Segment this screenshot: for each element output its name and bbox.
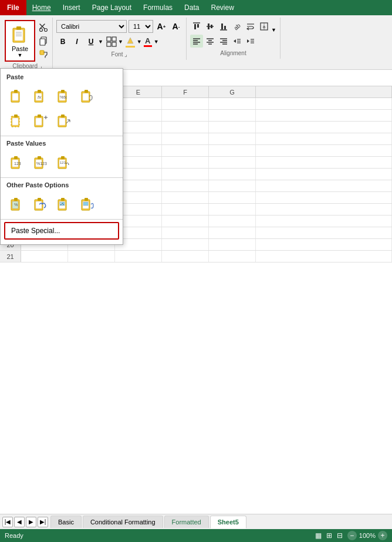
paste-option-values-source-format[interactable]: 123	[53, 152, 75, 174]
align-top-button[interactable]	[190, 20, 203, 33]
align-bottom-button[interactable]	[217, 20, 230, 33]
cell-F20[interactable]	[162, 239, 209, 250]
paste-option-formatting[interactable]: %	[6, 193, 28, 216]
increase-font-size-button[interactable]: A+	[155, 20, 168, 33]
tab-last-button[interactable]: ▶|	[38, 517, 48, 527]
cell-F19[interactable]	[162, 227, 209, 238]
cell-H10[interactable]	[256, 122, 392, 133]
cell-D21[interactable]	[68, 251, 115, 262]
cell-H11[interactable]	[256, 133, 392, 144]
paste-option-link[interactable]	[30, 193, 51, 216]
cell-G13[interactable]	[209, 157, 256, 168]
cell-G18[interactable]	[209, 216, 256, 227]
menu-insert[interactable]: Insert	[57, 0, 86, 15]
increase-indent-button[interactable]	[244, 35, 257, 48]
tab-next-button[interactable]: ▶	[26, 517, 36, 527]
paste-option-linked-picture[interactable]	[77, 193, 98, 216]
merge-center-button[interactable]: a	[258, 20, 271, 33]
col-header-f[interactable]: F	[162, 86, 209, 97]
text-direction-button[interactable]: ab	[231, 20, 244, 33]
cell-H15[interactable]	[256, 180, 392, 191]
tab-prev-button[interactable]: ◀	[14, 517, 25, 527]
format-painter-button[interactable]	[37, 48, 50, 60]
align-center-button[interactable]	[204, 35, 217, 48]
cell-F14[interactable]	[162, 169, 209, 180]
cell-H21[interactable]	[256, 251, 392, 262]
font-name-select[interactable]: Calibri	[56, 20, 127, 33]
align-left-button[interactable]	[190, 35, 203, 48]
cell-F12[interactable]	[162, 145, 209, 156]
font-color-button[interactable]: A	[143, 36, 153, 48]
cell-F21[interactable]	[162, 251, 209, 262]
cell-G21[interactable]	[209, 251, 256, 262]
font-color-dropdown[interactable]: ▼	[154, 39, 159, 45]
cell-F17[interactable]	[162, 204, 209, 215]
paste-option-no-borders[interactable]	[6, 110, 28, 132]
row-number[interactable]: 21	[0, 251, 21, 262]
cell-G14[interactable]	[209, 169, 256, 180]
paste-option-formula-number-format[interactable]: %fx	[53, 85, 75, 107]
cell-G17[interactable]	[209, 204, 256, 215]
paste-option-keep-col-widths[interactable]	[30, 110, 51, 132]
cell-H17[interactable]	[256, 204, 392, 215]
sheet-tab-basic[interactable]: Basic	[50, 516, 82, 528]
normal-view-button[interactable]: ▦	[315, 531, 322, 540]
cell-G16[interactable]	[209, 192, 256, 203]
merge-dropdown[interactable]: ▼	[271, 27, 276, 33]
paste-option-formula[interactable]: fx	[30, 85, 51, 107]
paste-option-values[interactable]: 123	[6, 152, 28, 174]
cell-F9[interactable]	[162, 110, 209, 121]
paste-option-keep-source[interactable]	[77, 85, 98, 107]
cell-G9[interactable]	[209, 110, 256, 121]
menu-data[interactable]: Data	[178, 0, 205, 15]
paste-button[interactable]: Paste ▼	[5, 20, 35, 62]
cell-F11[interactable]	[162, 133, 209, 144]
cell-H8[interactable]	[256, 98, 392, 109]
cell-H13[interactable]	[256, 157, 392, 168]
cell-F10[interactable]	[162, 122, 209, 133]
paste-option-picture[interactable]	[53, 193, 75, 216]
cell-G11[interactable]	[209, 133, 256, 144]
decrease-font-size-button[interactable]: A-	[170, 20, 183, 33]
menu-home[interactable]: Home	[26, 0, 57, 15]
cell-E21[interactable]	[115, 251, 162, 262]
highlight-dropdown[interactable]: ▼	[137, 39, 142, 45]
cell-F15[interactable]	[162, 180, 209, 191]
cell-G12[interactable]	[209, 145, 256, 156]
cell-H16[interactable]	[256, 192, 392, 203]
paste-special-button[interactable]: Paste Special...	[4, 222, 119, 240]
zoom-in-button[interactable]: +	[378, 531, 387, 540]
cell-H19[interactable]	[256, 227, 392, 238]
cell-H18[interactable]	[256, 216, 392, 227]
cell-H14[interactable]	[256, 169, 392, 180]
decrease-indent-button[interactable]	[231, 35, 244, 48]
page-break-preview-button[interactable]: ⊟	[337, 531, 343, 540]
menu-page-layout[interactable]: Page Layout	[86, 0, 137, 15]
formula-input[interactable]	[77, 72, 390, 85]
bold-button[interactable]: B	[56, 35, 69, 48]
copy-button[interactable]	[37, 35, 50, 48]
italic-button[interactable]: I	[70, 35, 83, 48]
wrap-text-button[interactable]	[244, 20, 257, 33]
cell-G15[interactable]	[209, 180, 256, 191]
tab-first-button[interactable]: |◀	[2, 517, 13, 527]
underline-button[interactable]: U ▼	[85, 35, 103, 48]
page-layout-view-button[interactable]: ⊞	[326, 531, 332, 540]
font-size-select[interactable]: 11	[129, 20, 153, 33]
sheet-tab-conditional-formatting[interactable]: Conditional Formatting	[83, 516, 163, 528]
cell-G20[interactable]	[209, 239, 256, 250]
paste-option-transpose[interactable]	[53, 110, 75, 132]
cut-button[interactable]	[37, 21, 50, 34]
cell-H9[interactable]	[256, 110, 392, 121]
align-middle-button[interactable]	[204, 20, 217, 33]
paste-option-paste[interactable]	[6, 85, 28, 107]
cell-H12[interactable]	[256, 145, 392, 156]
menu-file[interactable]: File	[0, 0, 26, 15]
cell-G8[interactable]	[209, 98, 256, 109]
cell-F18[interactable]	[162, 216, 209, 227]
cell-F8[interactable]	[162, 98, 209, 109]
zoom-out-button[interactable]: −	[347, 531, 357, 540]
menu-review[interactable]: Review	[205, 0, 239, 15]
border-button[interactable]: ▼	[104, 35, 124, 49]
align-right-button[interactable]	[217, 35, 230, 48]
